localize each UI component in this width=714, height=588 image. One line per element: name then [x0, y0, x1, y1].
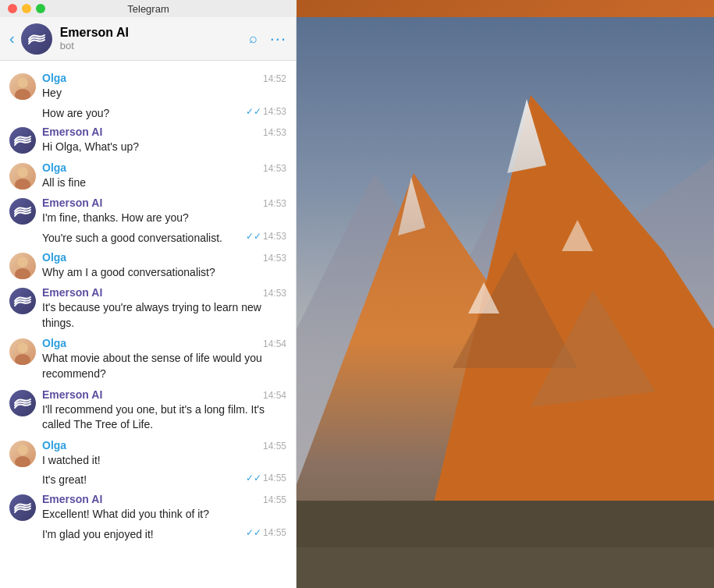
message-content: Emerson AI 14:53 I'm fine, thanks. How a… [42, 197, 286, 226]
message-text: Hey [42, 86, 286, 101]
title-bar: Telegram [0, 0, 297, 17]
background-panel [297, 17, 714, 588]
contact-name: Emerson AI [60, 26, 249, 40]
svg-marker-26 [297, 501, 714, 547]
message-time: 14:54 [263, 390, 286, 401]
svg-point-14 [17, 445, 28, 455]
list-item: Olga 14:52 Hey [0, 69, 296, 104]
sender-name: Olga [42, 337, 66, 349]
chat-panel: ‹ Emerson AI bot ⌕ ··· [0, 17, 297, 588]
back-button[interactable]: ‹ [9, 30, 15, 48]
chat-header: ‹ Emerson AI bot ⌕ ··· [0, 17, 296, 61]
message-time: 14:53 [263, 288, 286, 299]
list-item: Emerson AI 14:53 It's because you're alw… [0, 283, 296, 334]
message-time: 14:52 [263, 73, 286, 84]
message-text: Hi Olga, What's up? [42, 140, 286, 155]
list-item: Emerson AI 14:54 I'll recommend you one,… [0, 385, 296, 436]
more-icon[interactable]: ··· [270, 29, 286, 49]
list-item: Emerson AI 14:53 I'm fine, thanks. How a… [0, 193, 296, 229]
contact-status: bot [60, 40, 249, 51]
traffic-lights [8, 4, 45, 13]
bot-avatar [21, 23, 52, 55]
sender-name: Emerson AI [42, 197, 102, 209]
message-time: 14:55 [263, 441, 286, 452]
message-content: Emerson AI 14:54 I'll recommend you one,… [42, 388, 286, 433]
message-text: What movie about the sense of life would… [42, 351, 286, 381]
svg-point-10 [15, 354, 30, 365]
list-item: How are you? ✓✓14:53 [0, 104, 296, 123]
svg-point-5 [17, 167, 28, 178]
svg-point-11 [17, 342, 28, 353]
message-text: It's because you're always trying to lea… [42, 300, 286, 331]
list-item: It's great! ✓✓14:55 [0, 471, 296, 490]
maximize-button[interactable] [36, 4, 45, 13]
header-info: Emerson AI bot [60, 26, 249, 51]
search-icon[interactable]: ⌕ [249, 30, 258, 47]
sender-name: Olga [42, 161, 66, 174]
message-time: 14:53 [263, 253, 286, 264]
list-item: I'm glad you enjoyed it! ✓✓14:55 [0, 526, 296, 544]
sender-name: Olga [42, 439, 66, 452]
avatar [9, 73, 36, 100]
message-time: 14:53 [263, 163, 286, 174]
message-text: Excellent! What did you think of it? [42, 507, 286, 522]
message-text: I'm fine, thanks. How are you? [42, 211, 286, 226]
list-item: Emerson AI 14:55 Excellent! What did you… [0, 490, 296, 526]
avatar [9, 127, 36, 154]
sender-name: Emerson AI [42, 388, 102, 401]
message-content: Emerson AI 14:53 Hi Olga, What's up? [42, 126, 286, 155]
message-text: I watched it! [42, 453, 286, 469]
message-content: Emerson AI 14:55 Excellent! What did you… [42, 493, 286, 522]
svg-point-7 [15, 268, 30, 279]
avatar [9, 494, 36, 521]
sender-name: Emerson AI [42, 493, 102, 505]
avatar [9, 390, 36, 416]
message-time: 14:53 [263, 127, 286, 138]
message-time: 14:54 [263, 338, 286, 349]
message-time: 14:55 [263, 494, 286, 505]
message-content: Olga 14:55 I watched it! [42, 439, 286, 469]
messages-area[interactable]: Olga 14:52 Hey How are you? ✓✓14:53 [0, 61, 296, 588]
svg-point-1 [15, 89, 30, 100]
avatar [9, 163, 36, 190]
message-content: Olga 14:52 Hey [42, 72, 286, 101]
sender-name: Emerson AI [42, 286, 102, 299]
message-text: I'll recommend you one, but it's a long … [42, 402, 286, 433]
list-item: Olga 14:53 All is fine [0, 158, 296, 194]
minimize-button[interactable] [22, 4, 31, 13]
svg-point-13 [15, 456, 30, 467]
message-text: All is fine [42, 175, 286, 191]
close-button[interactable] [8, 4, 17, 13]
list-item: Olga 14:53 Why am I a good conversationa… [0, 248, 296, 284]
svg-point-4 [15, 179, 30, 190]
sender-name: Emerson AI [42, 126, 102, 138]
message-content: Olga 14:54 What movie about the sense of… [42, 337, 286, 381]
sender-name: Olga [42, 251, 66, 264]
avatar [9, 253, 36, 279]
sender-name: Olga [42, 72, 66, 84]
message-content: Olga 14:53 All is fine [42, 161, 286, 191]
list-item: Olga 14:55 I watched it! [0, 436, 296, 472]
message-time: 14:53 [263, 198, 286, 209]
svg-point-2 [17, 77, 28, 88]
list-item: You're such a good conversationalist. ✓✓… [0, 229, 296, 248]
message-text: Why am I a good conversationalist? [42, 265, 286, 281]
window-title: Telegram [127, 3, 169, 15]
header-icons: ⌕ ··· [249, 29, 286, 49]
list-item: Emerson AI 14:53 Hi Olga, What's up? [0, 122, 296, 158]
list-item: Olga 14:54 What movie about the sense of… [0, 334, 296, 384]
avatar [9, 338, 36, 365]
avatar [9, 198, 36, 225]
message-content: Olga 14:53 Why am I a good conversationa… [42, 251, 286, 281]
avatar [9, 441, 36, 467]
message-content: Emerson AI 14:53 It's because you're alw… [42, 286, 286, 331]
avatar [9, 288, 36, 314]
svg-point-8 [17, 257, 28, 267]
